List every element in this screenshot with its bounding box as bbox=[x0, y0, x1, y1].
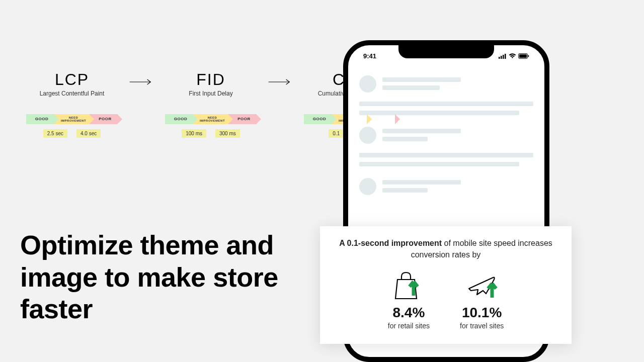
skeleton-line bbox=[382, 85, 440, 90]
threshold-good: 0.1 bbox=[329, 129, 344, 138]
metric-acronym: LCP bbox=[55, 70, 89, 89]
skeleton-line bbox=[382, 180, 461, 185]
phone-status-bar: 9:41 bbox=[348, 52, 544, 60]
skeleton-block bbox=[359, 178, 533, 195]
stat-label: for travel sites bbox=[460, 322, 504, 330]
web-vitals-metrics: LCP Largest Contentful Paint GOOD NEED I… bbox=[24, 70, 397, 138]
stat-percent: 10.1% bbox=[462, 305, 502, 321]
skeleton-line bbox=[382, 188, 428, 193]
battery-icon bbox=[518, 53, 529, 59]
stat-label: for retail sites bbox=[388, 322, 430, 330]
rating-good: GOOD bbox=[304, 114, 332, 124]
thresholds: 2.5 sec 4.0 sec bbox=[43, 129, 101, 138]
skeleton-line bbox=[382, 137, 428, 141]
skeleton-line bbox=[382, 129, 461, 133]
arrow-right-icon bbox=[129, 77, 154, 86]
threshold-good: 2.5 sec bbox=[43, 129, 67, 138]
skeleton-line bbox=[359, 111, 519, 115]
skeleton-line bbox=[382, 77, 461, 82]
skeleton-avatar bbox=[359, 75, 376, 93]
skeleton-line bbox=[359, 102, 533, 106]
metric-name: First Input Delay bbox=[189, 90, 232, 97]
skeleton-avatar bbox=[359, 178, 376, 195]
metric-lcp: LCP Largest Contentful Paint GOOD NEED I… bbox=[24, 70, 120, 138]
stat-percent: 8.4% bbox=[393, 305, 425, 321]
shopping-bag-up-icon bbox=[392, 270, 425, 300]
rating-need: NEED IMPROVEMENT bbox=[193, 114, 228, 124]
threshold-poor: 4.0 sec bbox=[76, 129, 101, 138]
svg-rect-3 bbox=[501, 56, 502, 59]
skeleton-avatar bbox=[359, 127, 376, 144]
rating-bar: GOOD NEED IMPROVEMENT POOR bbox=[26, 114, 118, 124]
arrow-right-icon bbox=[268, 77, 293, 86]
phone-skeleton bbox=[359, 75, 533, 204]
svg-rect-2 bbox=[499, 57, 500, 59]
airplane-up-icon bbox=[466, 270, 498, 300]
rating-good: GOOD bbox=[165, 114, 193, 124]
wifi-icon bbox=[509, 53, 516, 59]
skeleton-line bbox=[359, 153, 533, 157]
rating-good: GOOD bbox=[26, 114, 54, 124]
conversion-stats-card: A 0.1-second improvement of mobile site … bbox=[320, 226, 572, 344]
metric-name: Largest Contentful Paint bbox=[40, 90, 105, 97]
stat-travel: 10.1% for travel sites bbox=[460, 270, 504, 330]
stat-retail: 8.4% for retail sites bbox=[388, 270, 430, 330]
phone-status-icons bbox=[499, 52, 529, 60]
svg-rect-7 bbox=[519, 54, 527, 58]
threshold-poor: 300 ms bbox=[215, 129, 240, 138]
metric-fid: FID First Input Delay GOOD NEED IMPROVEM… bbox=[163, 70, 259, 138]
skeleton-block bbox=[359, 75, 533, 93]
skeleton-line bbox=[359, 162, 519, 166]
card-headline: A 0.1-second improvement of mobile site … bbox=[334, 237, 557, 260]
headline: Optimize theme and image to make store f… bbox=[20, 229, 322, 325]
rating-bar: GOOD NEED IMPROVEMENT POOR bbox=[165, 114, 257, 124]
thresholds: 100 ms 300 ms bbox=[182, 129, 240, 138]
signal-icon bbox=[499, 53, 507, 59]
svg-rect-4 bbox=[503, 55, 504, 59]
rating-need: NEED IMPROVEMENT bbox=[54, 114, 90, 124]
threshold-good: 100 ms bbox=[182, 129, 206, 138]
skeleton-block bbox=[359, 127, 533, 144]
svg-rect-8 bbox=[528, 55, 529, 57]
svg-rect-5 bbox=[505, 54, 506, 59]
phone-time: 9:41 bbox=[363, 52, 376, 60]
metric-acronym: FID bbox=[196, 70, 225, 89]
